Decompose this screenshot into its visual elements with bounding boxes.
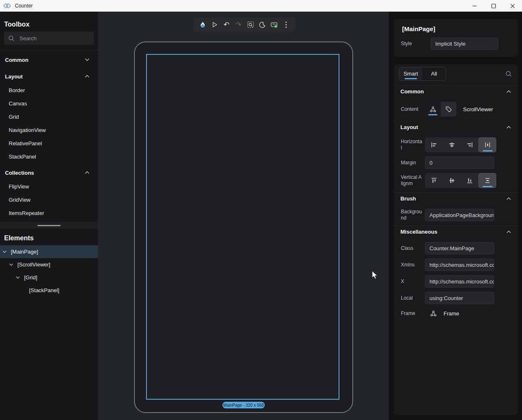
align-center-vertical-button[interactable]: [443, 173, 461, 188]
panel-splitter[interactable]: [0, 222, 98, 229]
margin-label: Margin: [401, 160, 422, 166]
chevron-up-icon: [85, 171, 90, 174]
minimize-button[interactable]: [465, 0, 484, 12]
splitter-handle: [37, 225, 61, 226]
design-canvas[interactable]: ↶ ↷ MainPage - 320 x 568: [98, 12, 389, 420]
toolbox-panel: Toolbox Common Layout Border Canvas Grid…: [0, 12, 98, 420]
app-window: { "titlebar": { "title": "Counter" }, "t…: [0, 0, 522, 420]
content-value: ScrollViewer: [463, 106, 493, 112]
canvas-toolbar: ↶ ↷: [193, 17, 295, 32]
margin-field[interactable]: 0: [425, 156, 494, 169]
vertical-alignment-label: Vertical Alignm: [401, 174, 422, 187]
horizontal-alignment-group: [425, 137, 496, 152]
redo-icon[interactable]: ↷: [234, 20, 243, 29]
content-label: Content: [401, 106, 422, 112]
chevron-down-icon[interactable]: [2, 250, 7, 253]
properties-search-icon[interactable]: [505, 71, 512, 77]
app-logo-icon: [3, 2, 11, 10]
x-namespace-label: X: [401, 278, 422, 285]
elements-title: Elements: [4, 234, 98, 242]
play-icon[interactable]: [210, 20, 219, 29]
selected-align-underline: [483, 150, 493, 151]
properties-card: Smart All Common Content: [394, 64, 518, 415]
tree-item-grid[interactable]: [Grid]: [0, 271, 98, 284]
content-mode-toggle: [425, 102, 456, 117]
toolbox-section-collections[interactable]: Collections: [0, 166, 98, 180]
mainpage-design-surface[interactable]: [146, 54, 339, 400]
toolbox-item-gridview[interactable]: GridView: [0, 193, 98, 206]
tree-item-stackpanel[interactable]: [StackPanel]: [0, 284, 98, 297]
align-right-button[interactable]: [461, 137, 478, 152]
toolbox-title: Toolbox: [4, 21, 98, 28]
tag-icon: [445, 106, 452, 112]
chevron-up-icon: [506, 90, 511, 93]
toolbox-item-canvas[interactable]: Canvas: [0, 97, 98, 110]
toolbox-item-grid[interactable]: Grid: [0, 110, 98, 123]
background-label: Background: [401, 209, 422, 221]
xmlns-label: Xmlns: [401, 262, 422, 268]
align-center-horizontal-button[interactable]: [443, 137, 461, 152]
kebab-menu-icon[interactable]: [282, 20, 291, 29]
toolbox-item-navigationview[interactable]: NavigationView: [0, 123, 98, 137]
toolbox-section-common[interactable]: Common: [0, 53, 98, 67]
selected-segment-underline: [428, 114, 437, 115]
selected-element-title: [MainPage]: [402, 25, 518, 32]
content-element-mode-button[interactable]: [425, 102, 441, 117]
undo-icon[interactable]: ↶: [222, 20, 231, 29]
toolbox-item-flipview[interactable]: FlipView: [0, 180, 98, 193]
toolbox-item-stackpanel[interactable]: StackPanel: [0, 150, 98, 163]
tree-item-mainpage[interactable]: [MainPage]: [0, 245, 98, 258]
tab-smart[interactable]: Smart: [399, 67, 422, 81]
style-field[interactable]: Implicit Style: [431, 37, 498, 50]
stretch-vertical-button[interactable]: [478, 173, 496, 188]
section-brush[interactable]: Brush: [394, 192, 518, 205]
section-miscellaneous[interactable]: Miscellaneous: [394, 225, 518, 238]
local-label: Local: [401, 295, 422, 301]
close-button[interactable]: [503, 0, 522, 12]
zoom-selection-icon[interactable]: [246, 20, 255, 29]
class-label: Class: [401, 245, 422, 252]
hot-reload-flame-icon[interactable]: [198, 20, 207, 29]
stretch-horizontal-button[interactable]: [478, 137, 496, 152]
section-layout[interactable]: Layout: [394, 121, 518, 133]
toolbox-item-relativepanel[interactable]: RelativePanel: [0, 137, 98, 150]
toolbox-item-border[interactable]: Border: [0, 83, 98, 97]
divider: [0, 50, 98, 50]
tab-all[interactable]: All: [422, 67, 446, 81]
maximize-button[interactable]: [484, 0, 503, 12]
chevron-up-icon: [506, 197, 511, 200]
align-top-button[interactable]: [425, 173, 443, 188]
inspector-panel: [MainPage] Style Implicit Style Smart Al…: [389, 12, 522, 420]
theme-moon-icon[interactable]: [258, 20, 267, 29]
align-left-button[interactable]: [425, 137, 443, 152]
horizontal-alignment-label: Horizontal: [401, 139, 422, 151]
page-size-badge: MainPage - 320 x 568: [222, 402, 265, 408]
align-bottom-button[interactable]: [461, 173, 478, 188]
toolbox-search[interactable]: [4, 32, 94, 45]
mouse-cursor: [371, 271, 380, 281]
frame-label: Frame: [401, 310, 422, 317]
selected-element-card: [MainPage] Style Implicit Style: [394, 19, 518, 57]
tree-item-scrollviewer[interactable]: [ScrollViewer]: [0, 258, 98, 271]
chevron-down-icon[interactable]: [16, 276, 21, 279]
xmlns-field[interactable]: http://schemas.microsoft.com: [425, 259, 494, 271]
chevron-down-icon[interactable]: [9, 263, 14, 266]
chevron-up-icon: [506, 230, 511, 234]
active-tab-underline: [405, 78, 417, 79]
search-icon: [8, 35, 15, 42]
frame-value[interactable]: Frame: [444, 310, 459, 317]
device-frame: [134, 42, 353, 413]
changes-check-icon[interactable]: [270, 20, 279, 29]
chevron-up-icon: [85, 75, 90, 78]
search-input[interactable]: [20, 35, 82, 42]
section-common[interactable]: Common: [394, 85, 518, 98]
content-tag-mode-button[interactable]: [441, 102, 456, 117]
background-field[interactable]: ApplicationPageBackground: [425, 209, 494, 221]
component-icon: [429, 106, 437, 113]
toolbox-section-layout[interactable]: Layout: [0, 69, 98, 83]
style-label: Style: [401, 41, 422, 47]
x-namespace-field[interactable]: http://schemas.microsoft.com: [425, 275, 494, 288]
class-field[interactable]: Counter.MainPage: [425, 242, 494, 254]
local-field[interactable]: using:Counter: [425, 292, 494, 304]
toolbox-item-itemsrepeater[interactable]: ItemsRepeater: [0, 206, 98, 220]
